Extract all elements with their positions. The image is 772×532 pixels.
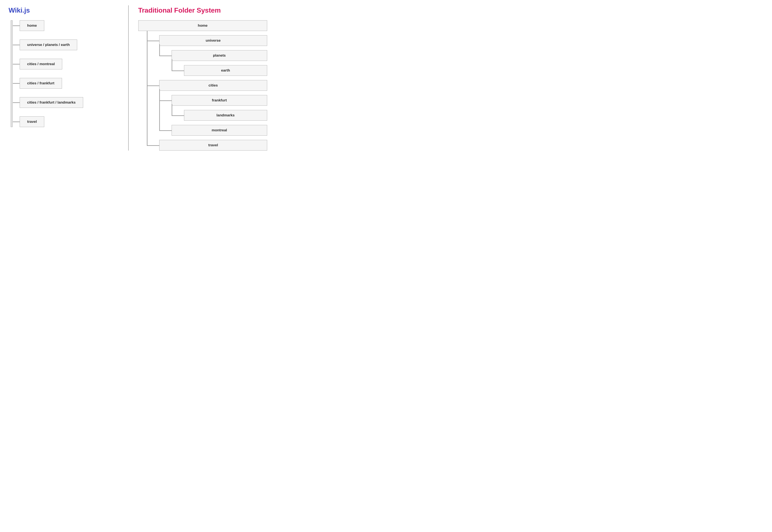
folder-node: universe xyxy=(159,35,267,46)
tree-item: universe planets earth xyxy=(159,31,267,76)
tree-item: cities frankfurt landmarks xyxy=(159,76,267,136)
tree-item: landmarks xyxy=(184,106,267,121)
comparison-diagram: Wiki.js home universe / planets / earth … xyxy=(9,6,267,151)
wikijs-spine xyxy=(11,20,13,127)
page-node: cities / frankfurt / landmarks xyxy=(20,97,83,108)
tree-item: frankfurt landmarks xyxy=(171,91,267,121)
folder-node: planets xyxy=(171,50,267,61)
folder-node: cities xyxy=(159,80,267,91)
folder-node: travel xyxy=(159,140,267,151)
traditional-column: Traditional Folder System home universe … xyxy=(129,6,267,151)
tree-item: montreal xyxy=(171,121,267,136)
page-node: cities / frankfurt xyxy=(20,78,62,89)
wikijs-title: Wiki.js xyxy=(9,6,122,14)
tree-root: home universe planets earth xyxy=(138,20,267,151)
tree-item: earth xyxy=(184,61,267,76)
wikijs-item: travel xyxy=(13,116,122,127)
connector-line xyxy=(13,64,20,64)
folder-node: earth xyxy=(184,65,267,76)
page-node: universe / planets / earth xyxy=(20,40,77,50)
connector-line xyxy=(13,102,20,103)
wikijs-item: home xyxy=(13,20,122,31)
page-node: travel xyxy=(20,116,44,127)
connector-line xyxy=(13,25,20,26)
connector-line xyxy=(13,45,20,45)
folder-tree: home universe planets earth xyxy=(138,20,267,151)
folder-node: frankfurt xyxy=(171,95,267,106)
page-node: cities / montreal xyxy=(20,59,62,69)
wikijs-list: home universe / planets / earth cities /… xyxy=(13,20,122,127)
page-node: home xyxy=(20,20,44,31)
folder-node: landmarks xyxy=(184,110,267,121)
wikijs-column: Wiki.js home universe / planets / earth … xyxy=(9,6,128,151)
wikijs-item: cities / frankfurt xyxy=(13,78,122,89)
tree-item: travel xyxy=(159,136,267,151)
traditional-title: Traditional Folder System xyxy=(138,6,267,14)
wikijs-list-container: home universe / planets / earth cities /… xyxy=(9,20,122,127)
folder-node: home xyxy=(138,20,267,31)
wikijs-item: cities / montreal xyxy=(13,59,122,69)
folder-node: montreal xyxy=(171,125,267,136)
wikijs-item: cities / frankfurt / landmarks xyxy=(13,97,122,108)
connector-line xyxy=(13,83,20,84)
connector-line xyxy=(13,122,20,122)
wikijs-item: universe / planets / earth xyxy=(13,40,122,50)
tree-item: planets earth xyxy=(171,46,267,76)
